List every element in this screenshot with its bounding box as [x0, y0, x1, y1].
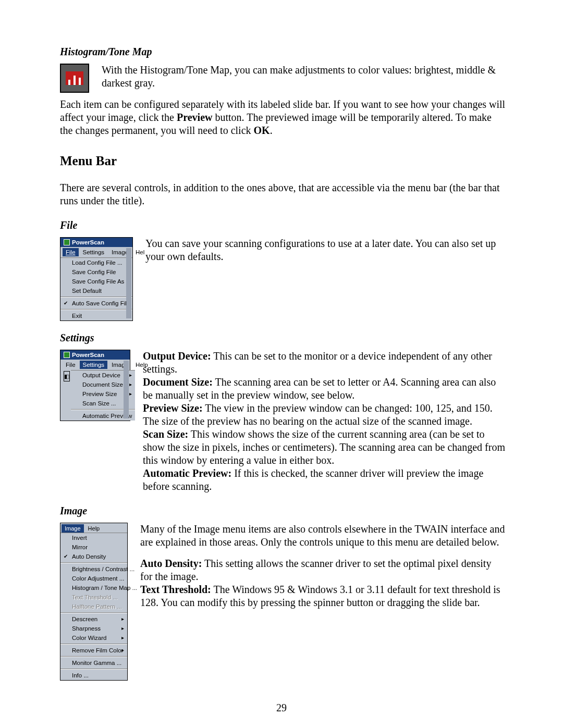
preview-word: Preview [177, 112, 213, 123]
menuitem-histogram-tone-map[interactable]: Histogram / Tone Map ... [60, 583, 127, 593]
menubar: Image Help [60, 523, 127, 533]
dropdown-menu: Invert Mirror Auto Density Brightness / … [60, 533, 127, 680]
page-number: 29 [0, 701, 563, 714]
heading-file: File [60, 219, 506, 232]
label: Output Device: [143, 350, 211, 362]
file-desc: You can save your scanning configuration… [145, 237, 506, 263]
menuitem-brightness-contrast[interactable]: Brightness / Contrast ... [60, 564, 127, 574]
menu-settings[interactable]: Settings [80, 361, 108, 369]
histogram-intro: With the Histogram/Tone Map, you can mak… [102, 64, 506, 90]
label: Automatic Preview: [143, 467, 231, 479]
label: Text Threshold: [140, 584, 211, 595]
heading-settings: Settings [60, 331, 506, 344]
menu-image[interactable]: Image [62, 524, 84, 533]
app-icon [64, 239, 70, 245]
menuitem-text-threshold: Text Threshold ... [60, 593, 127, 602]
image-block: Image Help Invert Mirror Auto Density Br… [60, 523, 506, 681]
menuitem-remove-film-color[interactable]: Remove Film Color [60, 646, 127, 655]
app-icon [64, 352, 70, 358]
menu-help[interactable]: Help [132, 361, 151, 369]
label: Scan Size: [143, 428, 188, 440]
menuitem-halftone-pattern: Halftone Pattern ... [60, 602, 127, 611]
label: Auto Density: [140, 558, 202, 569]
window-titlebar: PowerScan [60, 238, 132, 247]
menuitem-auto-density[interactable]: Auto Density [60, 552, 127, 561]
menu-file[interactable]: File [63, 361, 79, 369]
menuitem-save-config-as[interactable]: Save Config File As ... [60, 277, 132, 286]
label: Preview Size: [143, 402, 203, 414]
text: . [270, 125, 273, 136]
menuitem-color-adjustment[interactable]: Color Adjustment ... [60, 574, 127, 583]
file-menu-screenshot: PowerScan File Settings Image Hel Load C… [60, 237, 133, 321]
menuitem-exit[interactable]: Exit [60, 311, 132, 320]
window-title: PowerScan [72, 239, 104, 246]
scrollbar[interactable] [126, 248, 131, 318]
scrollbar[interactable] [124, 361, 129, 418]
config-paragraph: Each item can be configured separately w… [60, 98, 506, 137]
menuitem-sharpness[interactable]: Sharpness [60, 624, 127, 633]
file-block: PowerScan File Settings Image Hel Load C… [60, 237, 506, 321]
histogram-block: With the Histogram/Tone Map, you can mak… [60, 64, 506, 98]
heading-image: Image [60, 504, 506, 517]
window-title: PowerScan [72, 351, 104, 359]
menubar-intro: There are several controls, in addition … [60, 181, 506, 207]
toolbar-button[interactable]: ◧ [64, 371, 70, 381]
menuitem-set-default[interactable]: Set Default [60, 286, 132, 295]
ok-word: OK [254, 125, 270, 136]
menu-settings[interactable]: Settings [80, 248, 108, 256]
settings-desc: Output Device: This can be set to the mo… [143, 350, 506, 493]
menubar: File Settings Image Help [60, 360, 130, 370]
histogram-icon [60, 64, 89, 93]
heading-menubar: Menu Bar [60, 153, 506, 169]
heading-histogram: Histogram/Tone Map [60, 45, 506, 58]
menu-help[interactable]: Help [85, 524, 103, 533]
image-intro: Many of the Image menu items are also co… [140, 523, 506, 549]
window-titlebar: PowerScan [60, 350, 130, 360]
label: Document Size: [143, 376, 213, 388]
image-desc: Many of the Image menu items are also co… [140, 523, 506, 609]
dropdown-menu: Load Config File ... Save Config File Sa… [60, 257, 132, 320]
image-menu-screenshot: Image Help Invert Mirror Auto Density Br… [60, 523, 128, 681]
menuitem-invert[interactable]: Invert [60, 533, 127, 542]
menu-file[interactable]: File [63, 248, 79, 256]
text: This window shows the size of the curren… [143, 428, 505, 466]
settings-menu-screenshot: PowerScan File Settings Image Help ◧ Out… [60, 350, 130, 421]
menuitem-color-wizard[interactable]: Color Wizard [60, 633, 127, 643]
page: Histogram/Tone Map With the Histogram/To… [0, 0, 563, 728]
menuitem-descreen[interactable]: Descreen [60, 614, 127, 624]
menuitem-mirror[interactable]: Mirror [60, 542, 127, 552]
menuitem-autosave-config[interactable]: Auto Save Config File [60, 299, 132, 308]
menu-help[interactable]: Hel [132, 248, 148, 256]
menuitem-save-config[interactable]: Save Config File [60, 267, 132, 277]
menuitem-info[interactable]: Info ... [60, 671, 127, 680]
menuitem-load-config[interactable]: Load Config File ... [60, 258, 132, 267]
menuitem-monitor-gamma[interactable]: Monitor Gamma ... [60, 658, 127, 668]
settings-block: PowerScan File Settings Image Help ◧ Out… [60, 350, 506, 493]
menubar: File Settings Image Hel [60, 247, 132, 257]
